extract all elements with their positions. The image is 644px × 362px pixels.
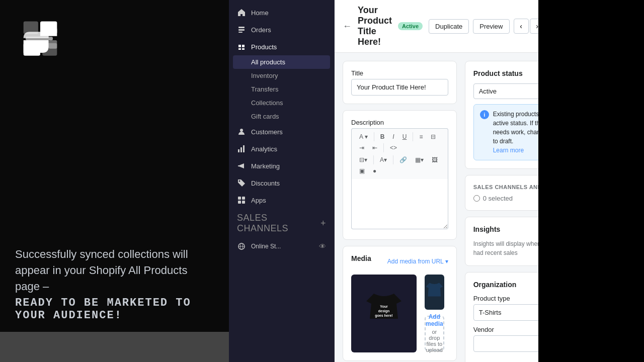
editor-left-column: Title Description A ▾ B I U [343,61,457,354]
products-icon [237,42,246,51]
sidebar-item-marketing[interactable]: Marketing [229,157,334,174]
sidebar-item-orders[interactable]: Orders [229,21,334,38]
submenu-gift-cards[interactable]: Gift cards [229,110,334,123]
product-status-info-banner: i Existing products now have an active s… [473,104,538,160]
indent-btn[interactable]: ⇥ [356,143,368,153]
sidebar-item-analytics[interactable]: Analytics [229,140,334,157]
add-sales-channel-btn[interactable]: + [320,218,326,229]
product-status-card: Product status Active Draft i Existing p… [465,61,538,169]
shopify-window: Home Orders Products [229,0,538,362]
list-btn[interactable]: ≡ [416,132,426,142]
media-upload-area[interactable]: Add media or drop files to upload [425,316,444,351]
toolbar-sep-2 [413,132,413,141]
align-dropdown-btn[interactable]: ⊟▾ [356,155,371,165]
add-media-label: Add media [426,313,443,327]
selected-count-label: 0 selected [483,195,513,202]
preview-button[interactable]: Preview [473,19,509,34]
outdent-btn[interactable]: ⇤ [369,143,381,153]
sidebar-item-apps[interactable]: Apps [229,192,334,209]
text-color-btn[interactable]: A▾ [376,155,390,165]
product-type-input[interactable] [473,304,538,321]
svg-rect-6 [238,27,245,28]
svg-rect-15 [238,197,241,200]
nav-arrows: ‹ › [514,19,539,34]
marketing-label: Marketing [251,162,280,170]
media-main-image[interactable]: Your design goes here! [351,275,417,352]
media-card: Media Add media from URL ▾ Your design g [343,246,457,361]
font-dropdown-btn[interactable]: A ▾ [356,132,371,142]
sales-channels-card: SALES CHANNELS AND APPS Manage 0 selecte… [465,175,538,211]
submenu-transfers[interactable]: Transfers [229,82,334,96]
sidebar-item-products[interactable]: Products [229,38,334,55]
add-media-url-btn[interactable]: Add media from URL ▾ [387,258,448,265]
vendor-input[interactable] [473,335,538,352]
sidebar-item-home[interactable]: Home [229,4,334,21]
products-submenu: All products Inventory Transfers Collect… [229,55,334,123]
svg-rect-10 [238,149,239,152]
prev-arrow-button[interactable]: ‹ [514,19,529,34]
home-label: Home [251,9,269,17]
submenu-collections[interactable]: Collections [229,96,334,110]
title-card: Title [343,61,457,104]
header-actions: Duplicate Preview ‹ › [429,19,538,34]
toolbar-sep-1 [374,132,374,141]
sidebar-item-online-store[interactable]: Online St... 👁 [229,238,334,255]
sidebar-item-customers[interactable]: Customers [229,123,334,140]
product-status-title: Product status [473,69,538,77]
svg-text:design: design [378,309,390,313]
svg-rect-16 [242,197,245,200]
media-thumb-2[interactable] [425,275,444,310]
video-btn[interactable]: ▣ [356,166,368,176]
active-status-badge: Active [398,22,423,30]
product-status-select[interactable]: Active Draft [473,83,538,99]
media-grid: Your design goes here! [351,275,448,352]
logo-area [0,0,229,77]
online-store-visibility-icon[interactable]: 👁 [319,242,326,250]
svg-text:Your: Your [380,305,388,308]
organization-card: Organization Product type Vendor [465,272,538,362]
svg-rect-12 [243,145,245,152]
image-btn[interactable]: 🖼 [428,155,441,165]
code-btn[interactable]: <> [386,143,400,153]
submenu-inventory[interactable]: Inventory [229,69,334,82]
description-textarea[interactable]: You can personalize your product descrip… [351,179,448,229]
svg-rect-7 [238,29,245,31]
shopify-logo [15,15,65,65]
info-icon: i [480,110,489,119]
product-type-label: Product type [473,295,538,302]
align-center-btn[interactable]: ⊟ [427,132,439,142]
learn-more-link[interactable]: Learn more [493,147,524,154]
emoji-btn[interactable]: ● [369,166,380,176]
underline-btn[interactable]: U [399,132,411,142]
insights-description: Insights will display when the product h… [473,239,538,257]
sales-channels-radio[interactable] [473,195,480,202]
table-btn[interactable]: ▦▾ [412,155,427,165]
editor-right-column: Product status Active Draft i Existing p… [465,61,538,354]
marketing-icon [237,161,246,170]
online-store-icon [237,242,246,251]
next-arrow-button[interactable]: › [530,19,539,34]
sidebar-item-discounts[interactable]: Discounts [229,174,334,192]
sales-channels-header: SALES CHANNELS + [229,209,334,238]
link-btn[interactable]: 🔗 [396,155,411,165]
online-store-label: Online St... [251,243,281,250]
title-field-label: Title [351,69,448,77]
back-button[interactable]: ← [343,21,352,32]
toolbar-sep-3 [383,143,384,152]
bold-btn[interactable]: B [377,132,388,142]
customers-label: Customers [251,128,283,136]
sidebar-nav: Home Orders Products [229,0,334,362]
submenu-all-products[interactable]: All products [233,55,330,69]
promo-line1: Successfully synced collections will app… [15,246,214,295]
sales-channels-label: SALES CHANNELS [237,213,320,234]
svg-rect-11 [240,147,242,152]
tshirt-main-svg: Your design goes here! [364,289,404,339]
svg-rect-18 [242,201,245,204]
bottom-dark-bar [0,332,229,362]
duplicate-button[interactable]: Duplicate [429,19,469,34]
insights-title: Insights [473,225,538,233]
svg-rect-8 [238,32,243,33]
description-label: Description [351,119,448,126]
italic-btn[interactable]: I [389,132,397,142]
title-input[interactable] [351,79,448,96]
